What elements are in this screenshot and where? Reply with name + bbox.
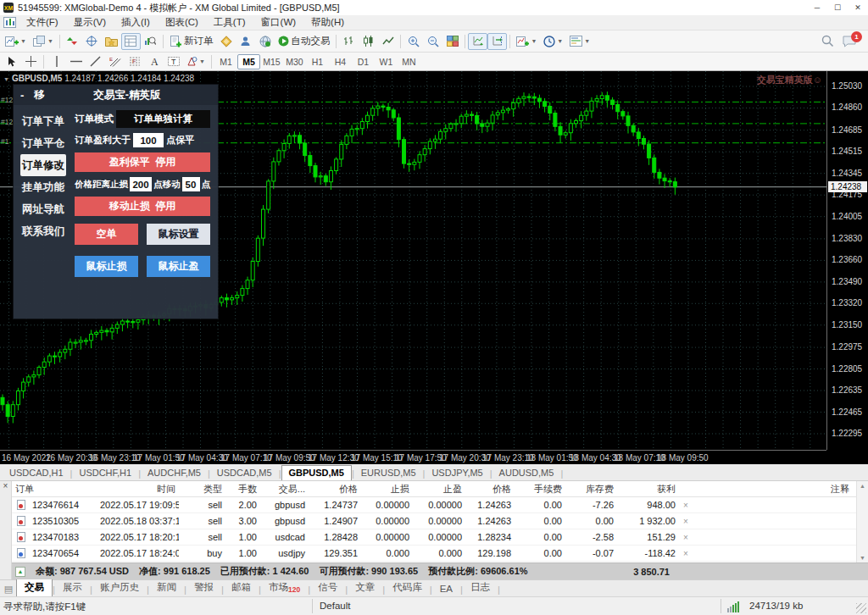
zoom-in-button[interactable] [403, 33, 423, 50]
panel-nav-order-close[interactable]: 订单平仓 [14, 132, 73, 154]
column-header-commission[interactable]: 手续费 [515, 481, 565, 497]
chart-tab-USDJPY-M5[interactable]: USDJPY,M5 [425, 466, 489, 480]
column-header-time[interactable]: 时间 [97, 481, 179, 497]
bottom-tab-market[interactable]: 市场120 [261, 579, 308, 596]
timeframe-MN[interactable]: MN [398, 54, 420, 69]
text-button[interactable]: A [144, 53, 164, 70]
new-order-button[interactable]: 新订单 [166, 33, 217, 50]
menu-item-charts[interactable]: 图表(C) [158, 16, 206, 29]
column-header-open-price[interactable]: 价格 [309, 481, 361, 497]
menu-item-help[interactable]: 帮助(H) [303, 16, 352, 29]
column-header-comment[interactable]: 注释 [693, 481, 868, 497]
panel-minimize-button[interactable]: - [20, 89, 24, 102]
crosshair-button[interactable] [21, 53, 41, 70]
scroll-down-icon[interactable]: ▼ [860, 555, 865, 561]
fibonacci-button[interactable]: F [125, 53, 144, 70]
chart-tab-AUDUSD-M5[interactable]: AUDUSD,M5 [492, 466, 561, 480]
chart-shift-button[interactable] [487, 33, 507, 50]
bottom-tab-experts[interactable]: EA [432, 582, 460, 596]
column-header-profit[interactable]: 获利 [617, 481, 679, 497]
timeframe-H4[interactable]: H4 [329, 54, 352, 69]
bottom-tab-mailbox[interactable]: 邮箱 [224, 579, 259, 596]
column-header-lots[interactable]: 手数 [225, 481, 260, 497]
terminal-button[interactable] [121, 33, 141, 50]
column-header-current-price[interactable]: 价格 [465, 481, 515, 497]
column-header-tp[interactable]: 止盈 [413, 481, 465, 497]
data-window-button[interactable] [82, 33, 102, 50]
periods-button[interactable]: ▼ [540, 33, 566, 50]
timeframe-H1[interactable]: H1 [306, 54, 329, 69]
indicators-button[interactable]: ▼ [513, 33, 540, 50]
channel-button[interactable]: E [105, 53, 125, 70]
menu-item-view[interactable]: 显示(V) [66, 16, 114, 29]
bottom-tab-trade[interactable]: 交易 [16, 579, 53, 596]
timeframe-M30[interactable]: M30 [283, 54, 306, 69]
trendline-button[interactable] [86, 53, 105, 70]
zoom-out-button[interactable] [423, 33, 442, 50]
trailing-distance-input[interactable] [130, 177, 152, 191]
templates-button[interactable]: ▼ [566, 33, 593, 50]
candlestick-button[interactable] [359, 33, 378, 50]
vertical-line-button[interactable] [47, 53, 66, 70]
mouse-takeprofit-button[interactable]: 鼠标止盈 [147, 256, 210, 277]
menu-item-insert[interactable]: 插入(I) [114, 16, 158, 29]
menu-item-file[interactable]: 文件(F) [19, 16, 66, 29]
scroll-up-icon[interactable]: ▲ [860, 483, 865, 489]
mouse-settings-button[interactable]: 鼠标设置 [147, 224, 210, 245]
label-button[interactable]: T [164, 53, 183, 70]
panel-nav-order-modify[interactable]: 订单修改 [20, 154, 66, 176]
chart-tab-AUDCHF-M5[interactable]: AUDCHF,M5 [141, 466, 208, 480]
chart-tab-USDCAD-M5[interactable]: USDCAD,M5 [210, 466, 279, 480]
bottom-tab-code-base[interactable]: 代码库 [385, 579, 430, 596]
close-order-button[interactable]: × [679, 513, 693, 529]
menu-item-tools[interactable]: 工具(T) [206, 16, 253, 29]
bottom-tab-news[interactable]: 新闻 [149, 579, 184, 596]
timeframe-M5[interactable]: M5 [237, 54, 260, 69]
line-chart-button[interactable] [378, 33, 398, 50]
chart-tab-EURUSD-M5[interactable]: EURUSD,M5 [354, 466, 423, 480]
trailing-stop-toggle-button[interactable]: 移动止损 停用 [75, 197, 210, 216]
chart-tab-USDCHF-H1[interactable]: USDCHF,H1 [72, 466, 138, 480]
time-axis[interactable]: 16 May 202216 May 20:3016 May 23:1017 Ma… [0, 450, 826, 464]
auto-scroll-button[interactable] [468, 33, 487, 50]
navigator-button[interactable] [102, 33, 121, 50]
chart-area[interactable]: ▼GBPUSD,M5 1.24187 1.24266 1.24184 1.242… [0, 71, 868, 464]
market-watch-button[interactable] [63, 33, 82, 50]
strategy-tester-button[interactable] [141, 33, 160, 50]
maximize-button[interactable]: ☐ [827, 0, 848, 15]
bottom-tab-exposure[interactable]: 展示 [55, 579, 90, 596]
table-row[interactable]: 1234766142022.05.17 19:09:58sell2.00gbpu… [12, 497, 868, 513]
timeframe-W1[interactable]: W1 [375, 54, 398, 69]
chart-tab-GBPUSD-M5[interactable]: GBPUSD,M5 [281, 465, 352, 480]
bar-chart-button[interactable] [339, 33, 359, 50]
column-header-type[interactable]: 类型 [179, 481, 225, 497]
timeframe-D1[interactable]: D1 [352, 54, 375, 69]
community-button[interactable] [236, 33, 255, 50]
bottom-tab-signals[interactable]: 信号 [310, 579, 345, 596]
bottom-tab-journal[interactable]: 日志 [463, 579, 498, 596]
close-order-button[interactable]: × [679, 529, 693, 546]
panel-nav-url-navigation[interactable]: 网址导航 [14, 198, 73, 220]
chart-tab-USDCAD-H1[interactable]: USDCAD,H1 [3, 466, 70, 480]
search-icon[interactable] [821, 35, 834, 47]
price-axis[interactable]: 1.250301.248601.246851.245151.243451.241… [826, 71, 868, 450]
timeframe-M1[interactable]: M1 [214, 54, 237, 69]
resize-grip[interactable] [856, 603, 866, 613]
timeframe-M15[interactable]: M15 [260, 54, 283, 69]
mouse-stoploss-button[interactable]: 鼠标止损 [75, 256, 138, 277]
panel-nav-pending-orders[interactable]: 挂单功能 [14, 176, 73, 198]
table-row[interactable]: 1234701832022.05.17 18:20:12sell1.00usdc… [12, 529, 868, 546]
close-order-button[interactable]: × [679, 546, 693, 562]
new-chart-button[interactable]: ▼ [2, 33, 30, 50]
order-mode-button[interactable]: 订单单独计算 [116, 110, 210, 128]
profit-threshold-input[interactable] [133, 133, 164, 147]
horizontal-line-button[interactable] [66, 53, 86, 70]
web-button[interactable] [255, 33, 275, 50]
panel-nav-contact-us[interactable]: 联系我们 [14, 220, 73, 242]
notifications-button[interactable]: 1 [843, 36, 856, 47]
table-row[interactable]: 1234706542022.05.17 18:24:00buy1.00usdjp… [12, 546, 868, 562]
sell-button[interactable]: 空单 [75, 224, 138, 245]
close-order-button[interactable]: × [679, 497, 693, 513]
status-profile[interactable]: Default [320, 601, 350, 611]
column-header-order[interactable]: 订单 [12, 481, 97, 497]
